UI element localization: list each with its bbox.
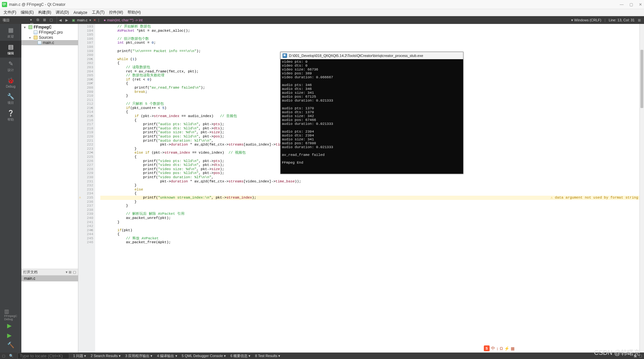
- output-pane-button[interactable]: 3 应用程序输出 ▾: [125, 354, 152, 358]
- status-progress-icon[interactable]: ▣: [634, 354, 637, 358]
- output-pane-button[interactable]: 5 QML Debugger Console ▾: [182, 354, 226, 358]
- pro-file-icon: [34, 30, 38, 34]
- menu-help[interactable]: 帮助(H): [125, 10, 143, 15]
- panel-close-icon[interactable]: ▢: [50, 18, 54, 22]
- filter-icon[interactable]: ▾ ▤: [30, 18, 35, 22]
- link-icon[interactable]: ⧉: [37, 18, 41, 22]
- menu-file[interactable]: 文件(F): [1, 10, 18, 15]
- file-type-icon: ▣: [72, 18, 75, 22]
- locator-input[interactable]: [17, 353, 69, 359]
- mode-help[interactable]: ❔帮助: [0, 107, 21, 124]
- history-fwd-icon[interactable]: ▶: [63, 18, 70, 22]
- build-button[interactable]: 🔨: [7, 342, 14, 349]
- open-doc-item[interactable]: main.c: [21, 276, 78, 281]
- open-docs-title: 打开文档: [23, 270, 38, 275]
- menu-analyze[interactable]: Analyze: [71, 10, 90, 15]
- editor-scrollbar[interactable]: [639, 24, 644, 353]
- source-main-c[interactable]: main.c: [43, 40, 54, 45]
- output-pane-button[interactable]: 1 问题 ▾: [73, 354, 86, 358]
- terminal-window[interactable]: D:\001_Develop\018_Qt\Qt\Qt5.14.2\Tools\…: [280, 52, 463, 174]
- kit-selector[interactable]: ▥ FFmpegC Debug: [4, 307, 17, 322]
- status-bar: ▢ 🔍 1 问题 ▾2 Search Results ▾3 应用程序输出 ▾4 …: [0, 353, 644, 359]
- open-docs-header: 打开文档 ▾ ⊞▢: [21, 269, 78, 276]
- tab-close-icon[interactable]: ✕: [93, 18, 96, 22]
- output-pane-button[interactable]: 2 Search Results ▾: [91, 354, 121, 358]
- editor-navbar: 项目 ▾ ▤ ⧉ ⊞ ▢ ◀ ▶ ▣ main.c ▾ ✕ | ● main(i…: [0, 16, 644, 24]
- folder-icon: [34, 36, 38, 39]
- mode-design[interactable]: ✎设计: [0, 58, 21, 74]
- terminal-output: video pts: 0 video dts: 0 video size: 66…: [281, 59, 463, 165]
- locator-close-icon[interactable]: ▢: [2, 354, 5, 358]
- menu-bar: 文件(F) 编辑(E) 构建(B) 调试(D) Analyze 工具(T) 控件…: [0, 9, 644, 16]
- output-pane-button[interactable]: 4 编译输出 ▾: [157, 354, 177, 358]
- project-sidebar: ▾FFmpegC FFmpegC.pro ▾Sources main.c 打开文…: [21, 24, 78, 353]
- app-logo-icon: [2, 2, 7, 7]
- mode-projects[interactable]: 🔧项目: [0, 90, 21, 107]
- menu-debug[interactable]: 调试(D): [53, 10, 71, 15]
- c-file-icon: [38, 41, 41, 45]
- menu-edit[interactable]: 编辑(E): [18, 10, 36, 15]
- mode-rail: ▦欢迎 ▤编辑 ✎设计 🐞Debug 🔧项目 ❔帮助 ▥ FFmpegC Deb…: [0, 24, 21, 353]
- window-title: main.c @ FFmpegC - Qt Creator: [9, 2, 65, 7]
- split-icon[interactable]: ⊞: [43, 18, 48, 22]
- mode-debug[interactable]: 🐞Debug: [0, 74, 21, 90]
- project-root[interactable]: FFmpegC: [34, 25, 51, 29]
- window-maximize-button[interactable]: ▢: [629, 2, 633, 7]
- menu-widgets[interactable]: 控件(W): [107, 10, 125, 15]
- output-pane-button[interactable]: 8 Test Results ▾: [255, 354, 280, 358]
- status-close-icon[interactable]: ▢: [639, 354, 642, 358]
- output-pane-button[interactable]: 6 概要信息 ▾: [230, 354, 250, 358]
- history-back-icon[interactable]: ◀: [57, 18, 63, 22]
- cursor-position-label: Line: 13, Col: 31: [609, 18, 635, 22]
- editor-context-label[interactable]: main(int, char **) -> int: [107, 18, 143, 22]
- project-icon: [28, 25, 32, 29]
- terminal-title: D:\001_Develop\018_Qt\Qt\Qt5.14.2\Tools\…: [289, 54, 423, 58]
- menu-build[interactable]: 构建(B): [36, 10, 53, 15]
- context-bullet-icon: ●: [104, 18, 106, 22]
- menu-tools[interactable]: 工具(T): [90, 10, 107, 15]
- sources-folder[interactable]: Sources: [39, 35, 53, 40]
- terminal-titlebar[interactable]: D:\001_Develop\018_Qt\Qt\Qt5.14.2\Tools\…: [281, 52, 463, 59]
- split-editor-icon[interactable]: ⊞: [638, 18, 641, 22]
- debug-run-button[interactable]: ▶: [7, 332, 14, 339]
- scrollbar-thumb[interactable]: [640, 50, 643, 108]
- line-number-gutter[interactable]: 1931941951961971981992002012022032042052…: [78, 24, 95, 353]
- open-docs-close-icon[interactable]: ▢: [73, 270, 76, 274]
- editor-tab-filename[interactable]: main.c: [77, 18, 87, 22]
- open-docs-split-icon[interactable]: ▾ ⊞: [66, 270, 72, 274]
- window-close-button[interactable]: ✕: [639, 2, 642, 7]
- pro-file[interactable]: FFmpegC.pro: [39, 30, 63, 35]
- search-icon: 🔍: [9, 354, 14, 358]
- mode-edit[interactable]: ▤编辑: [0, 41, 21, 58]
- window-titlebar: main.c @ FFmpegC - Qt Creator — ▢ ✕: [0, 0, 644, 9]
- run-button[interactable]: ▶: [7, 322, 14, 329]
- window-minimize-button[interactable]: —: [620, 2, 624, 7]
- terminal-app-icon: [283, 53, 287, 58]
- encoding-selector[interactable]: ▾ Windows (CRLF): [571, 18, 601, 22]
- project-tree[interactable]: ▾FFmpegC FFmpegC.pro ▾Sources main.c: [21, 24, 78, 46]
- mode-welcome[interactable]: ▦欢迎: [0, 24, 21, 41]
- side-panel-title: 项目: [3, 18, 10, 23]
